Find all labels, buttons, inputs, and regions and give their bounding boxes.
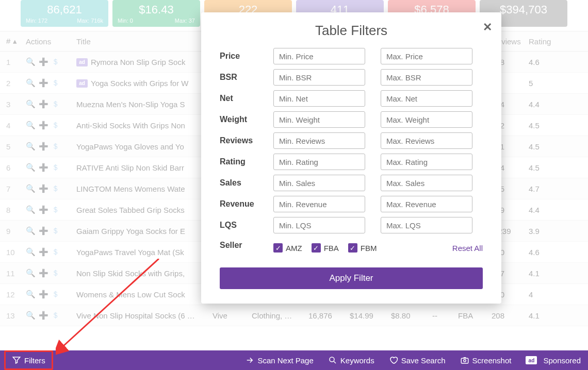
scan-label: Scan Next Page: [257, 356, 313, 365]
min-price-input[interactable]: [273, 48, 365, 64]
filter-label-lqs: LQS: [220, 221, 273, 230]
seller-check-amz[interactable]: ✓AMZ: [273, 243, 302, 253]
max-net-input[interactable]: [381, 90, 472, 107]
max-bsr-input[interactable]: [381, 69, 472, 86]
heart-icon: [389, 356, 398, 365]
max-weight-input[interactable]: [381, 111, 472, 128]
filter-label-net: Net: [220, 94, 273, 103]
filter-label-sales: Sales: [220, 178, 273, 188]
filter-label-price: Price: [220, 52, 273, 61]
scan-next-page-button[interactable]: Scan Next Page: [238, 350, 320, 370]
camera-icon: [460, 356, 469, 365]
reset-all-link[interactable]: Reset All: [452, 244, 483, 253]
min-reviews-input[interactable]: [273, 132, 365, 149]
min-net-input[interactable]: [273, 90, 365, 107]
filters-label: Filters: [24, 356, 45, 365]
search-icon: [328, 356, 337, 365]
sponsored-label: Sponsored: [543, 356, 581, 365]
save-search-button[interactable]: Save Search: [382, 350, 453, 370]
filter-label-weight: Weight: [220, 115, 273, 124]
save-label: Save Search: [401, 356, 446, 365]
seller-check-fba[interactable]: ✓FBA: [312, 243, 339, 253]
screenshot-button[interactable]: Screenshot: [453, 350, 519, 370]
max-rating-input[interactable]: [381, 154, 472, 170]
min-revenue-input[interactable]: [273, 196, 365, 212]
min-lqs-input[interactable]: [273, 217, 365, 233]
check-label: AMZ: [286, 244, 302, 253]
svg-point-3: [463, 360, 466, 362]
max-price-input[interactable]: [381, 48, 472, 64]
check-label: FBM: [361, 244, 377, 253]
filter-icon: [12, 356, 21, 365]
svg-rect-2: [461, 358, 468, 363]
check-label: FBA: [324, 244, 339, 253]
max-lqs-input[interactable]: [381, 217, 472, 233]
arrow-right-icon: [245, 356, 254, 365]
filters-modal: ✕ Table Filters PriceBSRNetWeightReviews…: [201, 12, 501, 304]
filter-label-revenue: Revenue: [220, 199, 273, 209]
max-reviews-input[interactable]: [381, 132, 472, 149]
check-icon: ✓: [312, 243, 321, 253]
apply-filter-button[interactable]: Apply Filter: [220, 267, 483, 289]
screenshot-label: Screenshot: [472, 356, 512, 365]
keywords-label: Keywords: [340, 356, 374, 365]
filter-label-reviews: Reviews: [220, 136, 273, 145]
max-revenue-input[interactable]: [381, 196, 472, 212]
svg-point-1: [330, 357, 334, 362]
seller-label: Seller: [220, 241, 273, 250]
ad-icon: ad: [526, 356, 537, 364]
min-bsr-input[interactable]: [273, 69, 365, 86]
bottom-toolbar: Filters Scan Next Page Keywords Save Sea…: [0, 350, 588, 370]
min-rating-input[interactable]: [273, 154, 365, 170]
check-icon: ✓: [348, 243, 357, 253]
filter-label-bsr: BSR: [220, 73, 273, 82]
min-sales-input[interactable]: [273, 175, 365, 191]
seller-check-fbm[interactable]: ✓FBM: [348, 243, 377, 253]
close-icon[interactable]: ✕: [483, 21, 492, 34]
keywords-button[interactable]: Keywords: [321, 350, 382, 370]
modal-title: Table Filters: [220, 23, 483, 39]
max-sales-input[interactable]: [381, 175, 472, 191]
sponsored-button[interactable]: ad Sponsored: [518, 350, 588, 370]
filters-button[interactable]: Filters: [4, 350, 53, 370]
check-icon: ✓: [273, 243, 283, 253]
min-weight-input[interactable]: [273, 111, 365, 128]
filter-label-rating: Rating: [220, 157, 273, 166]
